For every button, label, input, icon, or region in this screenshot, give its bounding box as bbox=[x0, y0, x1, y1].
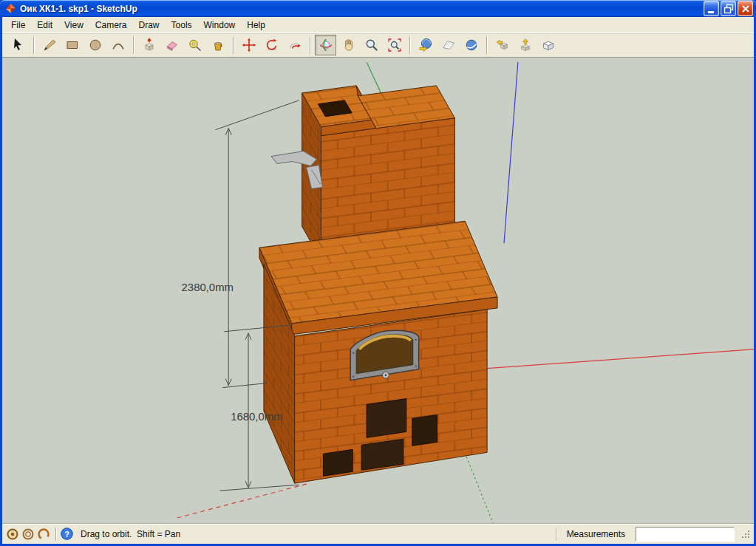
pencil-icon bbox=[42, 38, 57, 52]
toolbar-separator bbox=[133, 36, 134, 54]
restore-button[interactable] bbox=[721, 1, 736, 16]
close-button[interactable] bbox=[738, 1, 753, 16]
zoom-extents-icon bbox=[387, 38, 402, 52]
status-hint: Drag to orbit. Shift = Pan bbox=[78, 529, 551, 539]
menu-item-edit[interactable]: Edit bbox=[31, 18, 58, 33]
titlebar[interactable]: Оик ХК1-1. skp1 - SketchUp bbox=[0, 0, 756, 17]
toolbar-separator bbox=[33, 36, 34, 54]
pan-hand-icon bbox=[341, 38, 356, 52]
dimension-label-height-lower: 1680,0mm bbox=[231, 410, 282, 423]
line-tool-button[interactable] bbox=[38, 35, 60, 55]
stove-model bbox=[259, 86, 497, 483]
offset-icon bbox=[287, 38, 302, 52]
menu-item-window[interactable]: Window bbox=[198, 18, 242, 33]
rotate-icon bbox=[265, 38, 279, 52]
pan-tool-button[interactable] bbox=[338, 35, 359, 55]
status-bar: ? Drag to orbit. Shift = Pan Measurement… bbox=[2, 523, 754, 544]
status-icon-2[interactable] bbox=[24, 529, 33, 539]
status-context-icons[interactable] bbox=[5, 527, 51, 542]
menu-item-draw[interactable]: Draw bbox=[133, 18, 166, 33]
share-model-button[interactable] bbox=[460, 35, 482, 55]
box-arrow-up-icon bbox=[518, 38, 533, 52]
toolbar bbox=[2, 33, 754, 57]
terrain-plane-icon bbox=[441, 38, 456, 52]
select-tool-button[interactable] bbox=[7, 35, 29, 55]
rectangle-icon bbox=[65, 38, 80, 52]
toolbar-separator bbox=[233, 36, 234, 54]
eraser-tool-button[interactable] bbox=[161, 35, 183, 55]
globe-swoosh-icon bbox=[464, 38, 479, 52]
arc-tool-button[interactable] bbox=[107, 35, 129, 55]
menu-item-camera[interactable]: Camera bbox=[89, 18, 133, 33]
window-title: Оик ХК1-1. skp1 - SketchUp bbox=[20, 4, 704, 14]
measurements-label: Measurements bbox=[561, 529, 631, 539]
push-pull-icon bbox=[142, 38, 157, 52]
app-icon bbox=[4, 2, 17, 15]
resize-grip[interactable] bbox=[740, 529, 751, 539]
viewport-canvas[interactable]: 2380,0mm 1680,0mm bbox=[2, 58, 754, 523]
toggle-terrain-button[interactable] bbox=[437, 35, 459, 55]
zoom-icon bbox=[364, 38, 379, 52]
help-icon[interactable]: ? bbox=[61, 528, 73, 540]
status-icon-3[interactable] bbox=[37, 528, 50, 541]
get-current-view-button[interactable] bbox=[415, 35, 436, 55]
orbit-tool-button[interactable] bbox=[315, 35, 336, 55]
zoom-tool-button[interactable] bbox=[361, 35, 382, 55]
paint-bucket-icon bbox=[211, 38, 225, 52]
orbit-icon bbox=[319, 38, 333, 52]
move-icon bbox=[242, 38, 256, 52]
white-cube-icon bbox=[541, 38, 556, 52]
viewport[interactable]: 2380,0mm 1680,0mm bbox=[2, 57, 754, 523]
statusbar-divider bbox=[55, 528, 56, 541]
toolbar-separator bbox=[310, 36, 310, 54]
close-icon bbox=[740, 3, 752, 15]
window-body: File Edit View Camera Draw Tools Window … bbox=[2, 17, 754, 544]
svg-text:?: ? bbox=[64, 530, 69, 539]
arc-icon bbox=[111, 38, 126, 52]
sketchup-window: Оик ХК1-1. skp1 - SketchUp File Edit Vie… bbox=[0, 0, 756, 546]
dimension-label-height-total: 2380,0mm bbox=[182, 281, 234, 293]
rotate-tool-button[interactable] bbox=[261, 35, 282, 55]
eraser-icon bbox=[165, 38, 180, 52]
menu-item-help[interactable]: Help bbox=[241, 18, 271, 33]
tape-measure-icon bbox=[188, 38, 202, 52]
restore-icon bbox=[723, 3, 735, 15]
move-tool-button[interactable] bbox=[238, 35, 259, 55]
minimize-icon bbox=[706, 3, 718, 15]
box-arrow-in-icon bbox=[495, 38, 510, 52]
circle-tool-button[interactable] bbox=[84, 35, 106, 55]
statusbar-divider bbox=[556, 528, 556, 541]
push-pull-tool-button[interactable] bbox=[138, 35, 160, 55]
menu-bar: File Edit View Camera Draw Tools Window … bbox=[2, 17, 754, 33]
zoom-extents-tool-button[interactable] bbox=[384, 35, 405, 55]
measurements-input[interactable] bbox=[636, 527, 735, 542]
minimize-button[interactable] bbox=[704, 1, 719, 16]
get-models-button[interactable] bbox=[491, 35, 513, 55]
menu-item-tools[interactable]: Tools bbox=[166, 18, 198, 33]
window-controls bbox=[704, 1, 753, 16]
menu-item-file[interactable]: File bbox=[5, 18, 31, 33]
menu-item-view[interactable]: View bbox=[58, 18, 89, 33]
paint-bucket-tool-button[interactable] bbox=[207, 35, 228, 55]
rectangle-tool-button[interactable] bbox=[61, 35, 83, 55]
offset-tool-button[interactable] bbox=[284, 35, 305, 55]
globe-arrow-icon bbox=[418, 38, 433, 52]
status-icon-1[interactable] bbox=[8, 529, 18, 539]
toolbar-separator bbox=[486, 36, 487, 54]
select-arrow-icon bbox=[11, 38, 26, 52]
model-box-button[interactable] bbox=[537, 35, 559, 55]
toolbar-separator bbox=[409, 36, 410, 54]
circle-icon bbox=[88, 38, 103, 52]
upload-model-button[interactable] bbox=[514, 35, 536, 55]
tape-measure-tool-button[interactable] bbox=[184, 35, 205, 55]
